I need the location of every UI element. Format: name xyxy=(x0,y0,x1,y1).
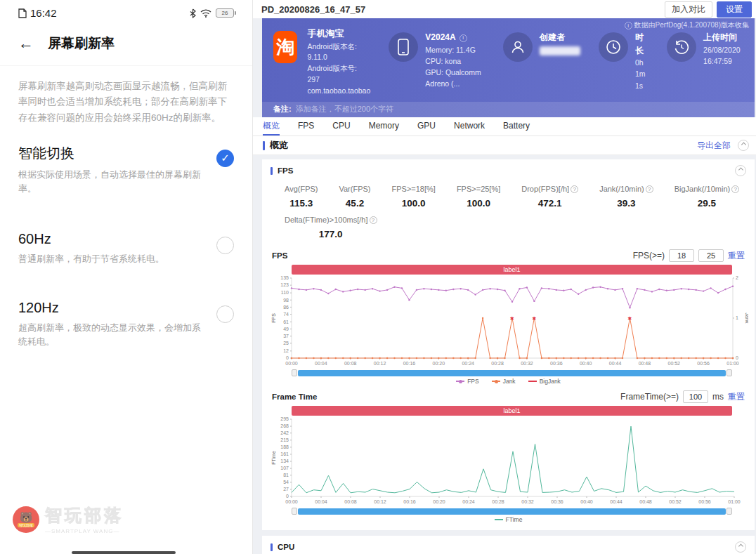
app-package: com.taobao.taobao xyxy=(307,86,370,97)
tab-GPU[interactable]: GPU xyxy=(417,117,436,136)
svg-text:161: 161 xyxy=(280,452,289,457)
creator-name-blurred xyxy=(540,46,580,55)
cpu-section-title: CPU xyxy=(278,543,294,551)
fps-chart-legend: FPSJankBigJank xyxy=(271,376,746,388)
tab-CPU[interactable]: CPU xyxy=(332,117,350,136)
duration-value: 0h 1m 1s xyxy=(635,57,649,91)
cpu-card: CPU Avg(AppCPU)[%]?21.5AppCPU<=60%[%]100… xyxy=(262,536,755,554)
collapse-overview-button[interactable] xyxy=(738,140,749,151)
radio-unchecked-icon[interactable] xyxy=(216,237,234,254)
collapse-fps-button[interactable] xyxy=(735,165,746,176)
stat-label: Jank(/10min)? xyxy=(599,185,653,193)
fps-label1-banner: label1 xyxy=(292,265,732,275)
app-name: 手机淘宝 xyxy=(307,27,370,41)
legend-FPS[interactable]: FPS xyxy=(456,378,479,385)
stat-value: 472.1 xyxy=(521,198,578,209)
metric-tabs: 概览FPSCPUMemoryGPUNetworkBattery xyxy=(253,117,756,136)
frametime-threshold-input[interactable] xyxy=(683,390,708,403)
document-icon xyxy=(18,8,27,18)
creator-label: 创建者 xyxy=(540,31,580,44)
option-label: 智能切换 xyxy=(18,144,207,163)
status-bar: 16:42 26 xyxy=(0,0,252,19)
refresh-option-60Hz[interactable]: 60Hz普通刷新率，有助于节省系统耗电。 xyxy=(0,196,252,266)
svg-text:00:28: 00:28 xyxy=(491,361,504,366)
device-gpu: GPU: Qualcomm Adreno (... xyxy=(425,67,485,90)
case-title: PD_20200826_16_47_57 xyxy=(261,4,365,15)
svg-text:FPS: FPS xyxy=(271,313,276,323)
accent-bar xyxy=(263,141,265,150)
svg-text:25: 25 xyxy=(283,341,289,345)
collapse-cpu-button[interactable] xyxy=(735,541,746,553)
overview-title: 概览 xyxy=(270,139,288,152)
fps-stats-row2: Delta(FTime)>100ms[/h]?177.0 xyxy=(271,216,746,246)
info-icon[interactable]: ? xyxy=(731,185,739,193)
back-button[interactable]: ← xyxy=(18,36,34,51)
legend-Jank[interactable]: Jank xyxy=(492,378,516,385)
radio-checked-icon[interactable]: ✓ xyxy=(216,150,234,167)
info-icon[interactable]: ? xyxy=(646,185,653,193)
svg-text:00:56: 00:56 xyxy=(697,361,710,366)
fps-threshold-input-1[interactable] xyxy=(669,249,694,262)
info-icon[interactable]: ? xyxy=(571,185,578,193)
stat-item: Var(FPS)45.2 xyxy=(339,185,370,209)
svg-text:134: 134 xyxy=(280,459,289,464)
svg-text:12: 12 xyxy=(283,348,289,353)
refresh-option-智能切换[interactable]: 智能切换根据实际使用场景，自动选择最佳的屏幕刷新率。✓ xyxy=(0,126,252,196)
svg-text:188: 188 xyxy=(280,444,289,449)
refresh-rate-description: 屏幕刷新率越高则动态画面显示越流畅，但高刷新率同时也会适当增加系统耗电；部分在高… xyxy=(0,65,252,126)
svg-text:00:08: 00:08 xyxy=(344,361,357,366)
tab-Battery[interactable]: Battery xyxy=(503,117,530,136)
note-input[interactable]: 备注:添加备注，不超过200个字符 xyxy=(262,102,755,117)
settings-button[interactable]: 设置 xyxy=(717,1,752,18)
frametime-reset-link[interactable]: 重置 xyxy=(728,391,745,403)
svg-text:Jank: Jank xyxy=(745,313,748,324)
frametime-chart: 0275481107134161188215242268295FTime00:0… xyxy=(271,416,746,507)
svg-text:295: 295 xyxy=(280,417,289,422)
svg-text:00:32: 00:32 xyxy=(521,361,533,366)
gesture-bar xyxy=(72,551,176,554)
tab-Memory[interactable]: Memory xyxy=(369,117,399,136)
device-cpu: CPU: kona xyxy=(425,55,485,67)
option-label: 60Hz xyxy=(18,231,164,247)
legend-FTime[interactable]: FTime xyxy=(495,516,523,523)
upload-time-icon xyxy=(667,32,696,62)
svg-text:00:00: 00:00 xyxy=(285,499,298,504)
fps-chart: 01225374961748698110123135012FPSJank00:0… xyxy=(271,275,746,369)
tab-概览[interactable]: 概览 xyxy=(263,117,280,136)
info-icon[interactable]: i xyxy=(460,34,467,42)
radio-unchecked-icon[interactable] xyxy=(216,305,234,323)
frametime-chart-title: Frame Time xyxy=(272,393,317,401)
svg-text:86: 86 xyxy=(283,305,289,310)
fps-card: FPS Avg(FPS)115.3Var(FPS)45.2FPS>=18[%]1… xyxy=(262,159,755,530)
legend-BigJank[interactable]: BigJank xyxy=(528,378,561,385)
svg-text:268: 268 xyxy=(280,424,289,429)
watermark-logo-icon: 🐻 智玩部落 xyxy=(13,506,39,533)
svg-text:00:16: 00:16 xyxy=(403,361,416,366)
stat-label: Drop(FPS)[/h]? xyxy=(521,185,578,193)
phone-icon xyxy=(389,32,418,62)
tab-FPS[interactable]: FPS xyxy=(298,117,314,136)
stat-value: 100.0 xyxy=(392,198,436,209)
screen: 16:42 26 ← 屏幕刷新率 屏幕刷新率越高则动态画面显示越流畅，但高刷新率… xyxy=(0,0,756,554)
overview-section-header: 概览 导出全部 xyxy=(253,136,756,155)
fps-chart-title: FPS xyxy=(272,251,287,260)
refresh-option-120Hz[interactable]: 120Hz超高刷新率，极致的动态显示效果，会增加系统耗电。 xyxy=(0,266,252,349)
bluetooth-icon xyxy=(190,8,196,18)
stat-value: 45.2 xyxy=(339,198,370,209)
info-icon[interactable]: ? xyxy=(370,216,377,224)
stat-label: BigJank(/10min)? xyxy=(674,185,739,193)
watermark-cn-text: 智玩部落 xyxy=(45,504,124,527)
fps-threshold-input-2[interactable] xyxy=(698,249,724,262)
option-description: 根据实际使用场景，自动选择最佳的屏幕刷新率。 xyxy=(18,168,207,196)
stat-item: BigJank(/10min)?29.5 xyxy=(674,185,739,209)
add-compare-button[interactable]: 加入对比 xyxy=(665,1,712,18)
fps-chart-scrollbar[interactable] xyxy=(292,369,732,376)
svg-text:00:40: 00:40 xyxy=(580,361,592,366)
option-description: 普通刷新率，有助于节省系统耗电。 xyxy=(18,252,164,266)
frametime-chart-scrollbar[interactable] xyxy=(292,508,732,515)
svg-text:✱: ✱ xyxy=(532,316,536,321)
svg-text:0: 0 xyxy=(736,356,738,361)
tab-Network[interactable]: Network xyxy=(454,117,485,136)
export-all-link[interactable]: 导出全部 xyxy=(697,140,731,152)
fps-reset-link[interactable]: 重置 xyxy=(728,250,745,262)
